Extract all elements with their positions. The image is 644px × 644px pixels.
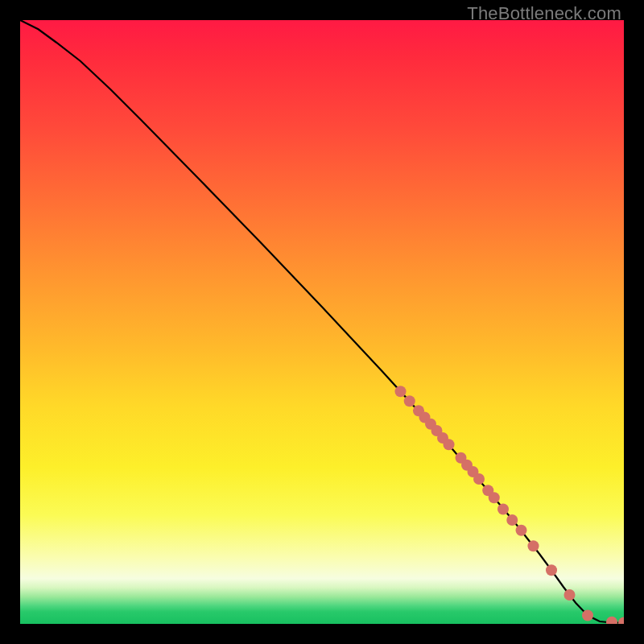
chart-svg bbox=[20, 20, 624, 624]
highlight-dot bbox=[516, 525, 527, 536]
highlight-dot bbox=[497, 504, 509, 515]
highlight-dot bbox=[546, 564, 557, 576]
highlight-dot bbox=[395, 386, 407, 397]
highlight-dot bbox=[606, 617, 617, 624]
highlight-dot bbox=[489, 492, 500, 503]
highlight-dot bbox=[564, 589, 576, 601]
highlight-dot bbox=[618, 617, 624, 625]
watermark-text: TheBottleneck.com bbox=[467, 3, 621, 24]
highlight-dot bbox=[528, 540, 539, 551]
highlight-dot bbox=[444, 439, 455, 450]
highlight-dot bbox=[473, 473, 485, 485]
highlight-dot bbox=[404, 395, 415, 407]
curve-line bbox=[20, 20, 624, 623]
highlight-dot bbox=[506, 514, 518, 526]
chart-stage: TheBottleneck.com bbox=[0, 0, 644, 644]
plot-area bbox=[20, 20, 624, 624]
curve-path-group bbox=[20, 20, 624, 623]
highlight-dots-group bbox=[395, 386, 625, 624]
highlight-dot bbox=[582, 610, 593, 621]
